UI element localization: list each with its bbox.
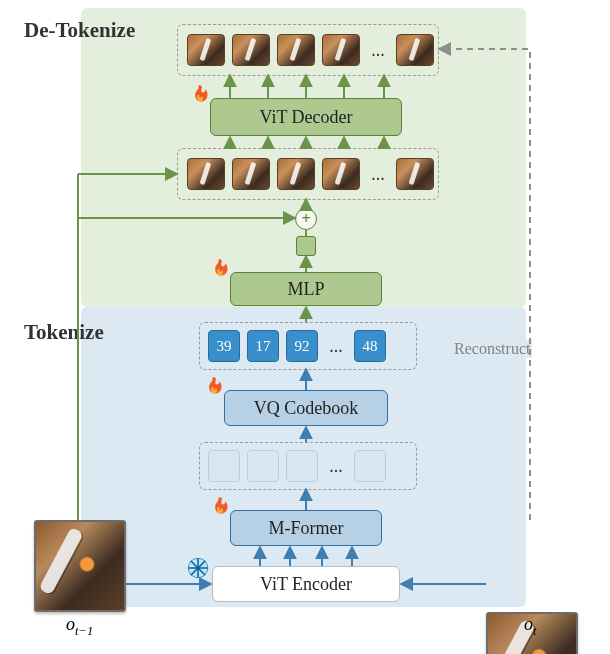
frame — [232, 158, 270, 190]
latent-tokens: ... — [208, 450, 386, 482]
residual-frames: ... — [187, 158, 434, 190]
snowflake-icon — [186, 556, 210, 580]
frame — [232, 34, 270, 66]
frame — [187, 158, 225, 190]
obs-cur-label: ot — [524, 614, 537, 639]
flame-icon — [210, 258, 232, 284]
vit-encoder-label: ViT Encoder — [260, 574, 352, 595]
flame-icon — [204, 376, 226, 402]
code-tokens: 39 17 92 ... 48 — [208, 330, 386, 362]
frame — [396, 34, 434, 66]
tokenize-title: Tokenize — [24, 320, 104, 345]
vit-encoder-module: ViT Encoder — [212, 566, 400, 602]
mlp-label: MLP — [287, 279, 324, 300]
code-token: 39 — [208, 330, 240, 362]
frame — [187, 34, 225, 66]
mlp-module: MLP — [230, 272, 382, 306]
green-square — [296, 236, 316, 256]
latent-token — [247, 450, 279, 482]
latent-token — [354, 450, 386, 482]
code-token: 48 — [354, 330, 386, 362]
frame — [277, 34, 315, 66]
observation-prev — [34, 520, 126, 612]
frame — [322, 34, 360, 66]
code-token: 17 — [247, 330, 279, 362]
vit-decoder-label: ViT Decoder — [259, 107, 352, 128]
frame — [322, 158, 360, 190]
code-token: 92 — [286, 330, 318, 362]
latent-token — [286, 450, 318, 482]
vq-codebook-label: VQ Codebook — [254, 398, 359, 419]
detokenize-title: De-Tokenize — [24, 18, 135, 43]
ellipsis: ... — [367, 40, 389, 61]
reconstruct-label: Reconstruct — [452, 340, 532, 358]
flame-icon — [190, 84, 212, 110]
ellipsis: ... — [367, 164, 389, 185]
vit-decoder-module: ViT Decoder — [210, 98, 402, 136]
output-frames: ... — [187, 34, 434, 66]
latent-token — [208, 450, 240, 482]
oplus-icon: + — [295, 208, 317, 230]
ellipsis: ... — [325, 336, 347, 357]
frame — [277, 158, 315, 190]
vq-codebook-module: VQ Codebook — [224, 390, 388, 426]
m-former-module: M-Former — [230, 510, 382, 546]
m-former-label: M-Former — [269, 518, 344, 539]
ellipsis: ... — [325, 456, 347, 477]
flame-icon — [210, 496, 232, 522]
frame — [396, 158, 434, 190]
obs-prev-label: ot−1 — [66, 614, 93, 639]
